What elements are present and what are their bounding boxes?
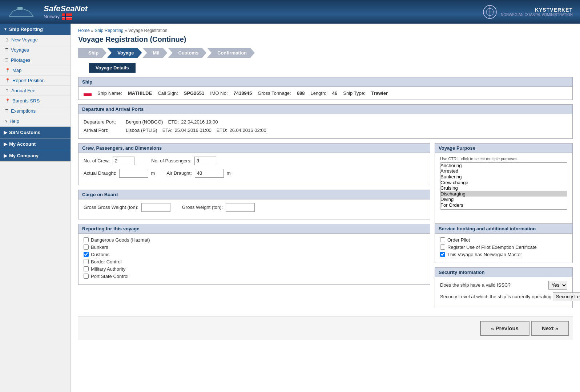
security-section: Security Information Does the ship have … xyxy=(435,267,573,308)
ship-flag-icon xyxy=(84,91,92,96)
breadcrumb-home[interactable]: Home xyxy=(78,28,90,33)
sidebar-ship-reporting-header[interactable]: ▼ Ship Reporting xyxy=(0,24,71,35)
reporting-checkbox-4[interactable] xyxy=(84,266,89,271)
service-checkbox-0[interactable] xyxy=(440,237,445,242)
sidebar-my-account-header[interactable]: ▶ My Account xyxy=(0,138,71,150)
ship-name-label: Ship Name: xyxy=(97,90,122,96)
service-checkbox-1[interactable] xyxy=(440,245,445,250)
arrow-right3-icon: ▶ xyxy=(4,153,7,158)
air-draught-input[interactable] xyxy=(195,169,224,178)
wizard-step-confirmation[interactable]: Confirmation xyxy=(207,48,255,58)
voyage-purpose-listbox[interactable]: Anchoring Arrested Bunkering Crew change… xyxy=(440,162,567,210)
crew-section-body: No. of Crew: No. of Passengers: Actual D… xyxy=(78,153,430,185)
option-crew-change[interactable]: Crew change xyxy=(440,180,567,186)
draught-input[interactable] xyxy=(119,169,148,178)
security-level-row: Security Level at which the ship is curr… xyxy=(440,292,567,301)
svg-rect-6 xyxy=(62,16,72,17)
reporting-checkbox-1[interactable] xyxy=(84,245,89,250)
voyage-purpose-hint: Use CTRL+click to select multiple purpos… xyxy=(440,157,567,161)
barents-icon: 📍 xyxy=(5,98,10,103)
ship-section-header: Ship xyxy=(78,77,572,87)
security-section-header: Security Information xyxy=(435,268,572,277)
option-discharging[interactable]: Discharging xyxy=(440,191,567,197)
sidebar-item-exemptions[interactable]: ☰ Exemptions xyxy=(0,106,71,116)
option-anchoring[interactable]: Anchoring xyxy=(440,163,567,169)
option-bunkering[interactable]: Bunkering xyxy=(440,174,567,180)
sidebar-section-my-account: ▶ My Account xyxy=(0,138,71,150)
service-item-2: This Voyage has Norwegian Master xyxy=(440,252,567,257)
sidebar-item-map[interactable]: 📍 Map xyxy=(0,65,71,76)
reporting-item-0: Dangerous Goods (Hazmat) xyxy=(84,237,425,243)
previous-button[interactable]: « Previous xyxy=(480,321,529,336)
wizard-step-customs[interactable]: Customs xyxy=(168,48,207,58)
sidebar-section-ship-reporting: ▼ Ship Reporting 🗋 New Voyage ☰ Voyages … xyxy=(0,24,71,127)
option-diving[interactable]: Diving xyxy=(440,197,567,202)
col-right-bottom: Service booking and additional informati… xyxy=(435,224,573,312)
air-draught-unit: m xyxy=(227,170,231,176)
service-label-1: Register Use of Pilot Exemption Certific… xyxy=(447,245,537,250)
gross-label: Gross Tonnage: xyxy=(258,90,291,96)
arrow-down-icon: ▼ xyxy=(4,27,7,31)
etd-label: ETD: xyxy=(168,118,179,126)
wizard-step-ship[interactable]: Ship xyxy=(78,48,106,58)
reporting-checkbox-5[interactable] xyxy=(84,274,89,279)
sidebar-ssn-customs-header[interactable]: ▶ SSN Customs xyxy=(0,127,71,138)
fee-icon: 🗒 xyxy=(5,89,9,93)
wizard-detail: Voyage Details xyxy=(78,61,573,73)
service-section-body: Order Pilot Register Use of Pilot Exempt… xyxy=(435,234,572,263)
sidebar-item-annual-fee[interactable]: 🗒 Annual Fee xyxy=(0,86,71,96)
reporting-section-header: Reporting for this voyage xyxy=(78,224,430,234)
nav-buttons: « Previous Next » xyxy=(78,316,573,340)
sidebar-my-company-header[interactable]: ▶ My Company xyxy=(0,150,71,161)
service-section: Service booking and additional informati… xyxy=(435,224,573,263)
reporting-section: Reporting for this voyage Dangerous Good… xyxy=(78,224,430,285)
crew-input[interactable] xyxy=(113,157,134,165)
reporting-checkbox-3[interactable] xyxy=(84,259,89,264)
option-for-orders[interactable]: For Orders xyxy=(440,202,567,208)
ship-type-label: Ship Type: xyxy=(343,90,365,96)
service-label-2: This Voyage has Norwegian Master xyxy=(447,252,522,257)
reporting-label-2: Customs xyxy=(91,252,109,257)
reporting-checkbox-2[interactable] xyxy=(84,252,89,257)
next-button[interactable]: Next » xyxy=(531,321,569,336)
gross-weight-input[interactable] xyxy=(226,203,255,212)
service-section-header: Service booking and additional informati… xyxy=(435,224,572,234)
callsign-value: SPG2651 xyxy=(184,90,204,96)
reporting-item-2: Customs xyxy=(84,252,425,257)
crew-label: No. of Crew: xyxy=(84,158,110,163)
reporting-label-5: Port State Control xyxy=(91,274,128,279)
ship-logo-icon xyxy=(7,5,36,19)
breadcrumb-ship-reporting[interactable]: Ship Reporting xyxy=(94,28,123,33)
wizard-step-voyage[interactable]: Voyage xyxy=(107,48,142,58)
reporting-label-3: Border Control xyxy=(91,259,122,264)
etd-value: 22.04.2016 19:00 xyxy=(181,118,218,126)
service-checkbox-2[interactable] xyxy=(440,252,445,257)
list-icon: ☰ xyxy=(5,48,9,52)
security-level-label: Security Level at which the ship is curr… xyxy=(440,294,553,299)
main-layout: ▼ Ship Reporting 🗋 New Voyage ☰ Voyages … xyxy=(0,24,580,392)
sidebar-item-barents-srs[interactable]: 📍 Barents SRS xyxy=(0,96,71,106)
sidebar-item-new-voyage[interactable]: 🗋 New Voyage xyxy=(0,35,71,45)
sidebar-item-voyages[interactable]: ☰ Voyages xyxy=(0,45,71,55)
col-left-bottom: Reporting for this voyage Dangerous Good… xyxy=(78,224,430,312)
help-icon: ? xyxy=(5,119,7,124)
kystverket-title: KYSTVERKET xyxy=(501,7,573,13)
voyage-purpose-header: Voyage Purpose xyxy=(435,144,572,153)
sidebar-item-report-position[interactable]: 📍 Report Position xyxy=(0,76,71,86)
sidebar-section-ssn-customs: ▶ SSN Customs xyxy=(0,127,71,138)
wizard-step-mil[interactable]: Mil xyxy=(142,48,167,58)
option-arrested[interactable]: Arrested xyxy=(440,168,567,174)
sidebar-item-help[interactable]: ? Help xyxy=(0,116,71,126)
reporting-item-4: Military Authority xyxy=(84,266,425,272)
cargo-section-body: Gross Gross Weight (ton): Gross Weight (… xyxy=(78,199,430,219)
passengers-input[interactable] xyxy=(194,157,216,165)
security-level-select[interactable]: Security Level 1 Security Level 2 Securi… xyxy=(553,292,580,301)
issc-select[interactable]: Yes No xyxy=(548,281,567,290)
gross-gross-input[interactable] xyxy=(141,203,170,212)
option-cruising[interactable]: Cruising xyxy=(440,185,567,191)
sidebar-item-pilotages[interactable]: ☰ Pilotages xyxy=(0,55,71,65)
wizard-detail-label: Voyage Details xyxy=(89,63,136,73)
etd2-label: ETD: xyxy=(217,126,227,134)
reporting-checkbox-0[interactable] xyxy=(84,237,89,242)
voyage-purpose-section: Voyage Purpose Use CTRL+click to select … xyxy=(435,143,573,224)
